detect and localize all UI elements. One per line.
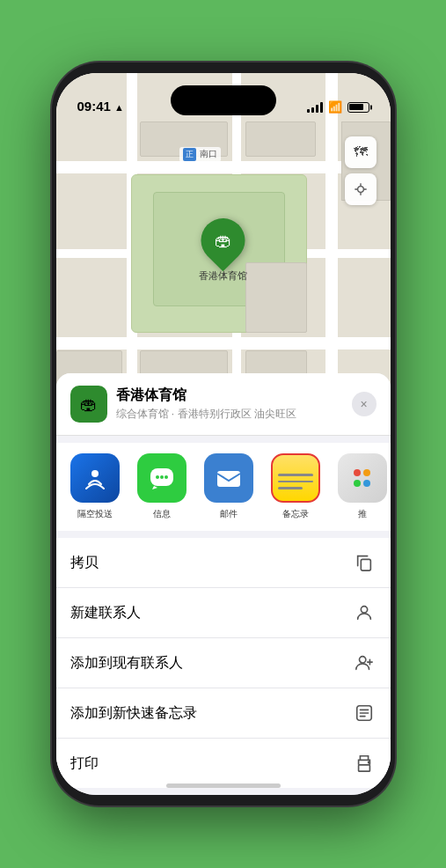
dynamic-island [171, 85, 276, 115]
map-view-button[interactable]: 🗺 [345, 136, 377, 168]
close-button[interactable]: × [352, 392, 377, 416]
svg-point-5 [165, 475, 168, 479]
messages-icon [137, 453, 186, 503]
action-new-contact-label: 新建联系人 [70, 604, 141, 622]
action-print-label: 打印 [70, 754, 99, 773]
location-header: 🏟 香港体育馆 综合体育馆 · 香港特别行政区 油尖旺区 × [56, 373, 391, 436]
action-copy[interactable]: 拷贝 [56, 538, 391, 588]
location-arrow-icon: ▲ [114, 102, 124, 113]
svg-point-3 [156, 475, 159, 479]
marker-icon: 🏟 [192, 210, 254, 272]
share-item-notes[interactable]: 备忘录 [264, 453, 327, 520]
share-row: 隔空投送 信息 [56, 443, 391, 531]
action-add-notes-label: 添加到新快速备忘录 [70, 704, 197, 723]
svg-point-4 [160, 475, 164, 479]
svg-rect-7 [361, 559, 370, 570]
action-add-existing-label: 添加到现有联系人 [70, 654, 183, 673]
action-add-existing[interactable]: 添加到现有联系人 [56, 638, 391, 688]
airdrop-icon [70, 453, 120, 503]
bottom-sheet: 🏟 香港体育馆 综合体育馆 · 香港特别行政区 油尖旺区 × [56, 373, 391, 795]
mail-icon [204, 453, 253, 503]
battery-icon [347, 102, 369, 113]
location-name: 香港体育馆 [116, 386, 343, 405]
share-item-airdrop[interactable]: 隔空投送 [63, 453, 127, 520]
note-icon [352, 701, 377, 725]
svg-point-9 [359, 657, 365, 663]
svg-point-1 [91, 470, 99, 477]
location-info: 香港体育馆 综合体育馆 · 香港特别行政区 油尖旺区 [116, 386, 343, 422]
phone-frame: 09:41 ▲ 📶 [52, 63, 395, 805]
map-marker: 🏟 香港体育馆 [199, 218, 247, 283]
action-print[interactable]: 打印 [56, 739, 391, 788]
signal-bars-icon [307, 102, 323, 113]
notes-label: 备忘录 [282, 508, 309, 520]
share-item-messages[interactable]: 信息 [130, 453, 194, 520]
phone-screen: 09:41 ▲ 📶 [56, 73, 391, 795]
svg-point-8 [361, 607, 367, 613]
more-label: 推 [358, 508, 367, 520]
mail-label: 邮件 [220, 508, 238, 520]
location-logo: 🏟 [70, 386, 107, 423]
svg-rect-6 [217, 471, 240, 487]
action-copy-label: 拷贝 [70, 554, 99, 572]
messages-label: 信息 [153, 508, 171, 520]
notes-icon [271, 453, 320, 503]
printer-icon [352, 751, 377, 776]
svg-rect-11 [358, 765, 369, 771]
road-label: 正 南口 [179, 147, 222, 162]
copy-icon [352, 550, 377, 575]
airdrop-label: 隔空投送 [77, 508, 113, 520]
share-item-mail[interactable]: 邮件 [197, 453, 260, 520]
status-time: 09:41 [77, 99, 111, 115]
action-list: 拷贝 新建联系人 [56, 538, 391, 788]
svg-point-12 [368, 761, 369, 763]
action-add-notes[interactable]: 添加到新快速备忘录 [56, 688, 391, 739]
share-item-more[interactable]: 推 [331, 453, 391, 520]
action-new-contact[interactable]: 新建联系人 [56, 588, 391, 638]
status-icons: 📶 [307, 100, 369, 115]
more-icon [338, 453, 387, 503]
location-desc: 综合体育馆 · 香港特别行政区 油尖旺区 [116, 407, 343, 422]
home-indicator [166, 783, 281, 788]
svg-point-0 [357, 187, 363, 193]
location-button[interactable] [345, 173, 377, 205]
person-add-icon [352, 651, 377, 675]
wifi-icon: 📶 [328, 100, 342, 114]
person-icon [352, 600, 377, 625]
